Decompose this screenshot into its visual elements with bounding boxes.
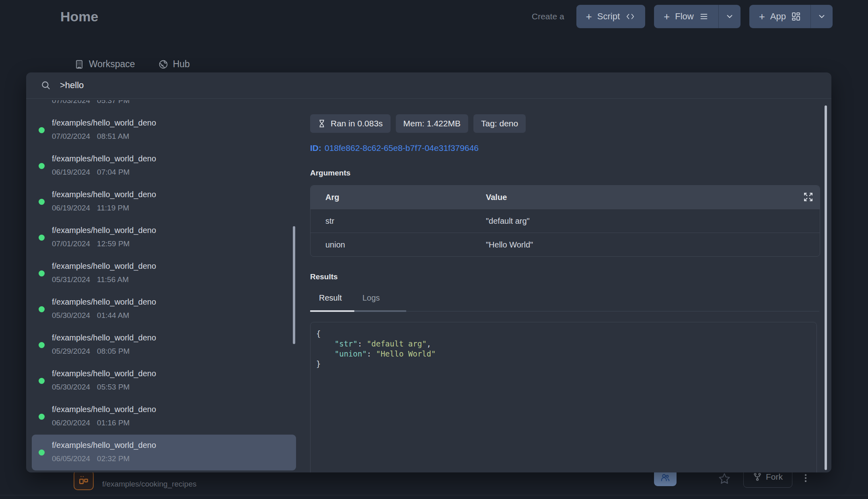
create-app-button-group: + App xyxy=(749,5,833,28)
create-app-button[interactable]: + App xyxy=(749,5,810,28)
run-path: f/examples/hello_world_deno xyxy=(52,118,296,128)
inactive-tab-underline xyxy=(354,310,406,312)
run-id-line: ID:018fe862-8c62-65e8-b7f7-04e31f379646 xyxy=(310,143,831,153)
run-date: 06/19/202407:04 PM xyxy=(52,168,296,177)
tab-workspace-label: Workspace xyxy=(89,59,135,70)
arguments-title: Arguments xyxy=(310,169,831,177)
table-row: str "default arg" xyxy=(311,209,820,233)
run-date: 07/01/202412:59 PM xyxy=(52,239,296,248)
plus-icon: + xyxy=(586,11,592,22)
background-item-path[interactable]: f/examples/cooking_recipes xyxy=(102,480,196,489)
run-list-item[interactable]: f/examples/hello_world_deno 06/19/202411… xyxy=(32,184,296,220)
search-icon xyxy=(41,80,51,91)
memory-badge: Mem: 1.422MB xyxy=(396,114,468,133)
run-path: f/examples/hello_world_deno xyxy=(52,297,296,307)
run-id-label: ID: xyxy=(310,143,321,153)
run-stat-badges: Ran in 0.083s Mem: 1.422MB Tag: deno xyxy=(310,114,831,133)
flow-dropdown-caret[interactable] xyxy=(719,5,740,28)
run-list-item[interactable]: f/examples/hello_world_deno 05/30/202405… xyxy=(32,363,296,399)
run-list-item[interactable]: f/examples/hello_world_deno 05/29/202408… xyxy=(32,327,296,363)
arg-name-cell: union xyxy=(311,240,486,250)
run-path: f/examples/hello_world_deno xyxy=(52,154,296,163)
hourglass-icon xyxy=(318,119,326,128)
run-list-item[interactable]: 07/03/202405:37 PM xyxy=(32,100,296,112)
run-list-item[interactable]: f/examples/hello_world_deno 06/20/202401… xyxy=(32,399,296,435)
run-date: 05/30/202405:53 PM xyxy=(52,383,296,392)
create-flow-button[interactable]: + Flow xyxy=(654,5,718,28)
create-script-label: Script xyxy=(597,11,620,22)
runs-list: 07/03/202405:37 PM f/examples/hello_worl… xyxy=(26,99,298,472)
run-path: f/examples/hello_world_deno xyxy=(52,262,296,271)
result-json-viewer[interactable]: { "str": "default arg", "union": "Hello … xyxy=(310,322,817,472)
run-list-item[interactable]: f/examples/hello_world_deno 07/02/202408… xyxy=(32,112,296,148)
run-date: 07/02/202408:51 AM xyxy=(52,132,296,141)
success-dot-icon xyxy=(39,270,45,276)
create-toolbar: Create a + Script + Flow xyxy=(532,4,833,29)
git-fork-icon xyxy=(753,472,762,482)
success-dot-icon xyxy=(39,342,45,348)
active-tab-underline xyxy=(310,310,354,312)
arg-name-cell: str xyxy=(311,217,486,226)
run-path: f/examples/hello_world_deno xyxy=(52,190,296,199)
run-path: f/examples/hello_world_deno xyxy=(52,405,296,414)
run-list-item[interactable]: f/examples/hello_world_deno 05/31/202411… xyxy=(32,256,296,291)
duration-badge: Ran in 0.083s xyxy=(310,114,391,133)
arg-column-header: Arg xyxy=(311,193,486,202)
tab-hub[interactable]: Hub xyxy=(158,59,190,70)
success-dot-icon xyxy=(39,306,45,312)
table-row: union "Hello World" xyxy=(311,233,820,256)
expand-icon[interactable] xyxy=(803,192,813,202)
list-scrollbar[interactable] xyxy=(293,226,295,344)
kebab-menu-icon[interactable] xyxy=(800,472,811,485)
flow-list-icon xyxy=(699,12,709,21)
run-date: 05/29/202408:05 PM xyxy=(52,347,296,356)
tab-logs[interactable]: Logs xyxy=(362,293,380,303)
run-list-item[interactable]: f/examples/hello_world_deno 06/19/202407… xyxy=(32,148,296,184)
run-details-panel: Ran in 0.083s Mem: 1.422MB Tag: deno ID:… xyxy=(298,99,831,472)
run-path: f/examples/hello_world_deno xyxy=(52,441,296,450)
run-date: 05/31/202411:56 AM xyxy=(52,275,296,284)
create-app-label: App xyxy=(770,11,786,22)
success-dot-icon xyxy=(39,378,45,384)
run-id-link[interactable]: 018fe862-8c62-65e8-b7f7-04e31f379646 xyxy=(325,143,479,153)
create-script-button-group: + Script xyxy=(576,5,645,28)
page-divider xyxy=(0,495,868,495)
tab-result[interactable]: Result xyxy=(319,293,342,303)
run-list-item[interactable]: f/examples/hello_world_deno 05/30/202401… xyxy=(32,291,296,327)
success-dot-icon xyxy=(39,414,45,420)
search-bar[interactable]: >hello xyxy=(26,72,831,99)
chevron-down-icon xyxy=(725,12,734,21)
run-path: f/examples/hello_world_deno xyxy=(52,333,296,342)
arg-value-cell: "Hello World" xyxy=(486,240,820,250)
globe-icon xyxy=(158,60,168,69)
tab-hub-label: Hub xyxy=(173,59,190,70)
users-icon xyxy=(659,472,671,483)
fork-button-label: Fork xyxy=(766,472,783,482)
results-title: Results xyxy=(310,272,831,281)
details-scrollbar[interactable] xyxy=(825,105,827,470)
code-icon xyxy=(625,12,636,21)
success-dot-icon xyxy=(39,199,45,205)
favorite-star-icon[interactable] xyxy=(718,472,730,485)
create-prefix-label: Create a xyxy=(532,12,564,21)
app-grid-icon xyxy=(791,12,801,21)
run-date: 06/19/202411:19 PM xyxy=(52,204,296,212)
tab-workspace[interactable]: Workspace xyxy=(74,59,135,70)
building-icon xyxy=(74,60,84,69)
run-path: f/examples/hello_world_deno xyxy=(52,369,296,378)
arguments-table: Arg Value str "default arg" union "Hello… xyxy=(310,185,820,257)
create-flow-label: Flow xyxy=(675,11,693,22)
create-script-button[interactable]: + Script xyxy=(576,5,645,28)
plus-icon: + xyxy=(759,11,765,22)
arguments-table-header: Arg Value xyxy=(311,186,820,209)
run-list-item[interactable]: f/examples/hello_world_deno 07/01/202412… xyxy=(32,220,296,256)
home-tabs: Workspace Hub xyxy=(74,59,190,70)
run-list-item-selected[interactable]: f/examples/hello_world_deno 06/05/202402… xyxy=(32,435,296,470)
search-results-body: 07/03/202405:37 PM f/examples/hello_worl… xyxy=(26,99,831,472)
app-dropdown-caret[interactable] xyxy=(811,5,833,28)
search-input[interactable]: >hello xyxy=(60,80,84,91)
create-flow-button-group: + Flow xyxy=(654,5,740,28)
app-item-icon xyxy=(74,470,94,490)
success-dot-icon xyxy=(39,163,45,169)
arg-value-cell: "default arg" xyxy=(486,217,820,226)
